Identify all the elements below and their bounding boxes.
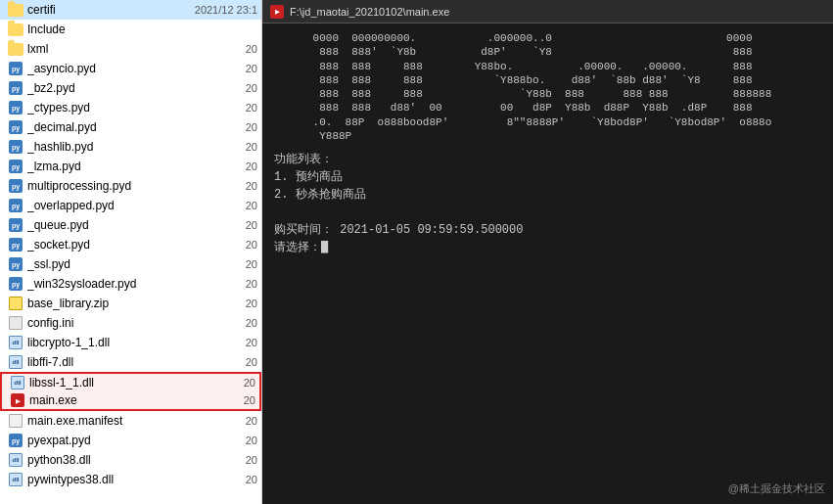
file-name: libcrypto-1_1.dll [27, 336, 246, 349]
file-item[interactable]: py_win32sysloader.pyd20 [0, 274, 261, 294]
menu-item-1: 1. 预约商品 [274, 168, 821, 186]
file-icon: dll [8, 452, 23, 468]
prompt-line: 请选择：█ [274, 239, 821, 256]
file-date: 20 [246, 454, 261, 466]
file-name: _ssl.pyd [27, 257, 246, 271]
file-explorer: certifi2021/12 23:1Includelxml20py_async… [0, 0, 262, 504]
file-name: _bz2.pyd [27, 81, 246, 95]
file-date: 20 [246, 82, 261, 94]
file-item[interactable]: pymultiprocessing.pyd20 [0, 176, 261, 196]
file-icon [8, 413, 23, 429]
file-item[interactable]: py_socket.pyd20 [0, 235, 261, 254]
terminal-title-icon: ▶ [270, 5, 284, 19]
file-date: 20 [246, 160, 261, 172]
file-item[interactable]: py_lzma.pyd20 [0, 157, 261, 176]
purchase-time-line: 购买时间： 2021-01-05 09:59:59.500000 [274, 221, 821, 239]
file-name: _queue.pyd [27, 218, 246, 232]
file-item[interactable]: py_ctypes.pyd20 [0, 98, 261, 117]
file-icon: dll [8, 354, 23, 370]
file-item[interactable]: py_decimal.pyd20 [0, 117, 261, 137]
file-date: 2021/12 23:1 [195, 4, 261, 16]
file-item[interactable]: dllpywintypes38.dll20 [0, 470, 261, 489]
menu-title-line: 功能列表： [274, 151, 821, 168]
file-name: _socket.pyd [27, 238, 246, 252]
file-icon [8, 22, 23, 37]
file-date: 20 [244, 394, 259, 406]
file-icon: py [8, 237, 23, 252]
file-date: 20 [246, 180, 261, 192]
file-name: certifi [27, 3, 195, 17]
file-item[interactable]: py_overlapped.pyd20 [0, 196, 261, 215]
file-icon: py [8, 159, 23, 174]
file-icon: py [8, 256, 23, 272]
file-item[interactable]: py_asyncio.pyd20 [0, 59, 261, 78]
file-item[interactable]: ▶main.exe20 [0, 391, 261, 411]
file-name: _win32sysloader.pyd [27, 277, 246, 291]
file-date: 20 [246, 63, 261, 74]
file-item[interactable]: config.ini20 [0, 313, 261, 333]
file-name: _overlapped.pyd [27, 199, 246, 212]
file-item[interactable]: dllpython38.dll20 [0, 450, 261, 470]
file-item[interactable]: py_queue.pyd20 [0, 215, 261, 235]
file-date: 20 [246, 278, 261, 290]
file-date: 20 [246, 474, 261, 485]
file-item[interactable]: dlllibcrypto-1_1.dll20 [0, 333, 261, 352]
file-item[interactable]: py_ssl.pyd20 [0, 254, 261, 274]
file-date: 20 [246, 102, 261, 114]
file-date: 20 [244, 377, 259, 389]
file-icon: py [8, 119, 23, 135]
file-item[interactable]: main.exe.manifest20 [0, 411, 261, 431]
file-icon: dll [8, 335, 23, 350]
file-item[interactable]: base_library.zip20 [0, 294, 261, 313]
file-icon [8, 315, 23, 331]
menu-item-2: 2. 秒杀抢购商品 [274, 186, 821, 204]
file-date: 20 [246, 239, 261, 251]
file-date: 20 [246, 317, 261, 329]
file-date: 20 [246, 219, 261, 231]
file-icon: py [8, 139, 23, 155]
file-item[interactable]: pypyexpat.pyd20 [0, 431, 261, 450]
file-icon [8, 2, 23, 18]
watermark-text: @稀土掘金技术社区 [728, 481, 825, 496]
file-name: pyexpat.pyd [27, 434, 246, 447]
file-name: config.ini [27, 316, 246, 330]
file-date: 20 [246, 435, 261, 446]
file-name: libssl-1_1.dll [29, 376, 244, 389]
file-item[interactable]: dlllibssl-1_1.dll20 [0, 372, 261, 391]
file-name: libffi-7.dll [27, 355, 246, 369]
file-name: python38.dll [27, 453, 246, 467]
file-icon: dll [10, 375, 25, 390]
file-icon [8, 41, 23, 57]
file-icon: ▶ [10, 392, 25, 408]
file-name: _hashlib.pyd [27, 140, 246, 154]
file-date: 20 [246, 258, 261, 270]
file-date: 20 [246, 200, 261, 211]
empty-line [274, 204, 821, 221]
file-date: 20 [246, 356, 261, 368]
file-date: 20 [246, 43, 261, 55]
file-name: multiprocessing.pyd [27, 179, 246, 193]
file-date: 20 [246, 298, 261, 309]
file-icon: py [8, 80, 23, 96]
file-item[interactable]: dlllibffi-7.dll20 [0, 352, 261, 372]
file-name: main.exe [29, 393, 244, 407]
file-item[interactable]: certifi2021/12 23:1 [0, 0, 261, 20]
terminal-title-text: F:\jd_maotai_20210102\main.exe [290, 6, 449, 18]
terminal-body[interactable]: 0000 000000000. .000000..0 0000 888 888'… [262, 23, 833, 504]
file-name: lxml [27, 42, 246, 56]
file-item[interactable]: lxml20 [0, 39, 261, 59]
file-icon: py [8, 198, 23, 213]
file-icon: py [8, 100, 23, 115]
file-icon: py [8, 178, 23, 194]
file-icon: py [8, 276, 23, 292]
file-item[interactable]: py_bz2.pyd20 [0, 78, 261, 98]
file-item[interactable]: Include [0, 20, 261, 39]
file-date: 20 [246, 141, 261, 153]
file-icon [8, 296, 23, 311]
file-item[interactable]: py_hashlib.pyd20 [0, 137, 261, 157]
ascii-art-display: 0000 000000000. .000000..0 0000 888 888'… [274, 31, 821, 143]
file-icon: py [8, 433, 23, 448]
file-name: Include [27, 23, 261, 36]
file-name: _ctypes.pyd [27, 101, 246, 115]
file-date: 20 [246, 415, 261, 427]
